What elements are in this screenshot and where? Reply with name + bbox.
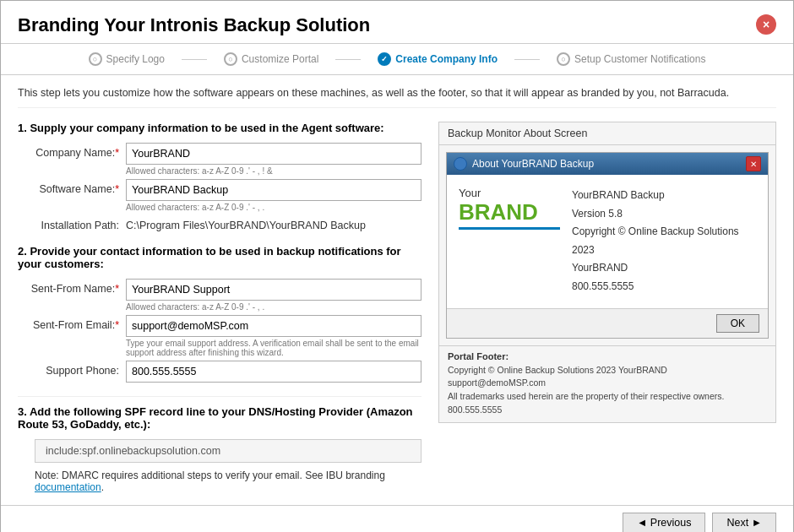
sent-from-email-hint: Type your email support address. A verif… [126,339,421,357]
sent-from-name-row: Sent-From Name:* Allowed characters: a-z… [18,279,421,312]
about-info-line5: 800.555.5555 [572,278,756,296]
portal-footer-title: Portal Footer: [448,351,767,361]
software-name-input[interactable] [126,179,421,201]
step-setup-notifications[interactable]: ○ Setup Customer Notifications [557,52,705,66]
step-divider-1 [182,59,207,60]
previous-button[interactable]: ◄ Previous [623,513,705,532]
support-phone-label: Support Phone: [18,361,119,377]
section3-heading: 3. Add the following SPF record line to … [18,405,421,431]
globe-icon [454,157,467,171]
about-info-line3: Copyright © Online Backup Solutions 2023 [572,223,756,259]
company-name-field-group: Allowed characters: a-z A-Z 0-9 .' - , !… [126,143,421,176]
sent-from-email-required: * [115,319,119,331]
window-header: Branding Your Intronis Backup Solution × [1,1,793,44]
section2-heading: 2. Provide your contact information to b… [18,245,421,270]
sent-from-email-field-group: Type your email support address. A verif… [126,315,421,357]
brand-underline [459,227,560,230]
software-name-field-group: Allowed characters: a-z A-Z 0-9 .' - , . [126,179,421,212]
note-text: Note: DMARC requires additional steps to… [35,470,421,493]
support-phone-row: Support Phone: [18,361,421,383]
sent-from-name-field-group: Allowed characters: a-z A-Z 0-9 .' - , . [126,279,421,312]
brand-brand: BRAND [459,199,538,225]
about-body: Your BRAND YourBRAND Backup Version 5.8 … [447,175,768,308]
step-circle-setup-notifications: ○ [557,52,570,66]
next-button[interactable]: Next ► [712,513,776,532]
content-area: This step lets you customize how the sof… [1,75,793,505]
portal-footer-preview: Portal Footer: Copyright © Online Backup… [439,345,775,422]
section1-heading: 1. Supply your company information to be… [18,122,421,134]
step-specify-logo[interactable]: ○ Specify Logo [89,52,165,66]
preview-panel-title: Backup Monitor About Screen [439,122,775,145]
right-column: Backup Monitor About Screen About YourBR… [438,122,776,493]
company-name-label: Company Name:* [18,143,119,159]
about-titlebar: About YourBRAND Backup ✕ [447,153,768,175]
brand-logo-area: Your BRAND [459,187,560,296]
main-window: Branding Your Intronis Backup Solution ×… [0,0,794,532]
step-customize-portal[interactable]: ○ Customize Portal [224,52,318,66]
step-label-customize-portal: Customize Portal [242,53,318,65]
window-title: Branding Your Intronis Backup Solution [18,14,370,36]
installation-path-label: Installation Path: [18,215,119,231]
step-circle-create-company: ✓ [378,52,391,66]
about-close-button[interactable]: ✕ [746,156,761,171]
step-divider-2 [335,59,361,60]
intro-text: This step lets you customize how the sof… [18,87,776,108]
company-name-hint: Allowed characters: a-z A-Z 0-9 .' - , !… [126,166,421,176]
preview-panel: Backup Monitor About Screen About YourBR… [438,122,776,423]
support-phone-input[interactable] [126,361,421,383]
about-titlebar-title: About YourBRAND Backup [454,157,594,171]
step-label-setup-notifications: Setup Customer Notifications [574,53,705,65]
brand-logo-text: Your BRAND [459,187,560,225]
window-footer: ◄ Previous Next ► [1,505,793,532]
company-name-row: Company Name:* Allowed characters: a-z A… [18,143,421,176]
portal-footer-line2: All trademarks used herein are the prope… [448,390,767,417]
installation-path-value: C:\Program Files\YourBRAND\YourBRAND Bac… [126,215,366,231]
documentation-link[interactable]: documentation [35,481,101,493]
support-phone-field-group [126,361,421,383]
software-name-label: Software Name:* [18,179,119,195]
spf-record: include:spf.onlinebackupsolution.com [35,439,421,463]
step-divider-3 [514,59,540,60]
software-name-row: Software Name:* Allowed characters: a-z … [18,179,421,212]
about-info: YourBRAND Backup Version 5.8 Copyright ©… [572,187,756,296]
step-label-create-company: Create Company Info [395,53,498,65]
section3: 3. Add the following SPF record line to … [18,396,421,493]
sent-from-name-input[interactable] [126,279,421,301]
sent-from-email-row: Sent-From Email:* Type your email suppor… [18,315,421,357]
step-create-company[interactable]: ✓ Create Company Info [378,52,498,66]
close-button[interactable]: × [756,14,776,35]
brand-your: Your [459,187,481,199]
step-label-specify-logo: Specify Logo [106,53,165,65]
installation-path-row: Installation Path: C:\Program Files\Your… [18,215,421,231]
software-name-hint: Allowed characters: a-z A-Z 0-9 .' - , . [126,203,421,212]
sent-from-name-required: * [115,283,119,295]
company-name-input[interactable] [126,143,421,165]
main-columns: 1. Supply your company information to be… [18,122,776,493]
software-name-required: * [115,183,119,195]
sent-from-name-hint: Allowed characters: a-z A-Z 0-9 .' - , . [126,302,421,312]
sent-from-email-label: Sent-From Email:* [18,315,119,331]
about-footer: OK [447,308,768,338]
sent-from-email-input[interactable] [126,315,421,337]
portal-footer-line1: Copyright © Online Backup Solutions 2023… [448,364,767,391]
company-name-required: * [115,147,119,159]
about-info-line1: YourBRAND Backup [572,187,756,205]
about-window-title: About YourBRAND Backup [472,158,594,170]
about-ok-button[interactable]: OK [716,314,759,333]
about-window: About YourBRAND Backup ✕ Your BRAND [446,152,769,339]
step-circle-customize-portal: ○ [224,52,237,66]
about-info-line2: Version 5.8 [572,205,756,224]
about-info-line4: YourBRAND [572,259,756,278]
sent-from-name-label: Sent-From Name:* [18,279,119,295]
step-circle-specify-logo: ○ [89,52,102,66]
left-column: 1. Supply your company information to be… [18,122,421,493]
wizard-steps: ○ Specify Logo ○ Customize Portal ✓ Crea… [1,44,793,75]
